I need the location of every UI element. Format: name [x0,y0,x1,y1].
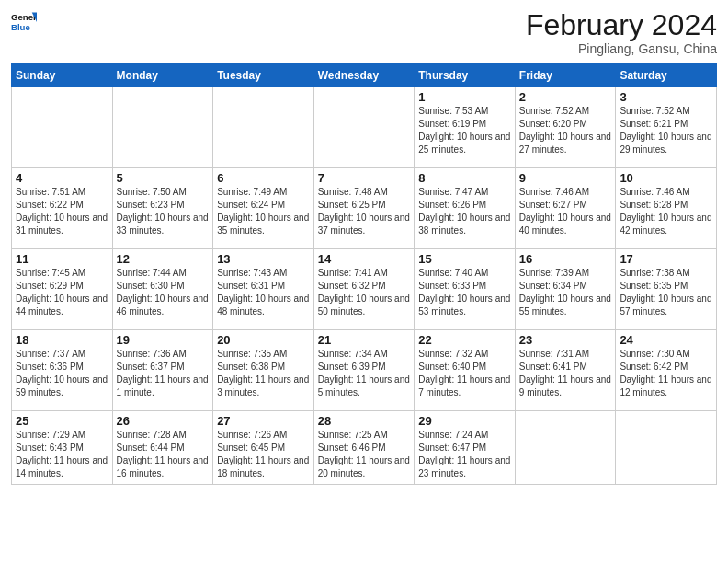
day-info: Sunrise: 7:25 AM Sunset: 6:46 PM Dayligh… [318,429,411,480]
title-block: February 2024 Pingliang, Gansu, China [526,9,717,56]
day-number: 29 [418,414,511,428]
calendar-day [616,411,717,485]
calendar-day: 24Sunrise: 7:30 AM Sunset: 6:42 PM Dayli… [616,330,717,411]
calendar-day: 17Sunrise: 7:38 AM Sunset: 6:35 PM Dayli… [616,249,717,330]
calendar-day: 1Sunrise: 7:53 AM Sunset: 6:19 PM Daylig… [415,87,516,168]
col-sunday: Sunday [12,64,113,87]
svg-text:Blue: Blue [11,22,30,32]
calendar-day: 4Sunrise: 7:51 AM Sunset: 6:22 PM Daylig… [12,168,113,249]
day-info: Sunrise: 7:37 AM Sunset: 6:36 PM Dayligh… [16,348,108,399]
calendar-week-4: 25Sunrise: 7:29 AM Sunset: 6:43 PM Dayli… [12,411,717,485]
calendar-week-1: 4Sunrise: 7:51 AM Sunset: 6:22 PM Daylig… [12,168,717,249]
calendar-week-2: 11Sunrise: 7:45 AM Sunset: 6:29 PM Dayli… [12,249,717,330]
day-info: Sunrise: 7:51 AM Sunset: 6:22 PM Dayligh… [16,186,108,237]
logo: General Blue [11,9,37,35]
day-number: 12 [117,252,210,266]
month-title: February 2024 [526,9,717,41]
calendar-week-0: 1Sunrise: 7:53 AM Sunset: 6:19 PM Daylig… [12,87,717,168]
col-saturday: Saturday [616,64,717,87]
day-number: 21 [318,333,411,347]
day-info: Sunrise: 7:53 AM Sunset: 6:19 PM Dayligh… [418,105,511,156]
day-info: Sunrise: 7:46 AM Sunset: 6:27 PM Dayligh… [519,186,612,237]
day-info: Sunrise: 7:47 AM Sunset: 6:26 PM Dayligh… [418,186,511,237]
day-info: Sunrise: 7:43 AM Sunset: 6:31 PM Dayligh… [217,267,310,318]
calendar-day: 22Sunrise: 7:32 AM Sunset: 6:40 PM Dayli… [415,330,516,411]
day-info: Sunrise: 7:31 AM Sunset: 6:41 PM Dayligh… [519,348,612,399]
day-number: 20 [217,333,310,347]
day-number: 4 [16,171,108,185]
col-friday: Friday [515,64,616,87]
calendar-day: 9Sunrise: 7:46 AM Sunset: 6:27 PM Daylig… [515,168,616,249]
location: Pingliang, Gansu, China [526,41,717,56]
col-monday: Monday [112,64,213,87]
calendar-day: 11Sunrise: 7:45 AM Sunset: 6:29 PM Dayli… [12,249,113,330]
calendar-day: 3Sunrise: 7:52 AM Sunset: 6:21 PM Daylig… [616,87,717,168]
day-number: 25 [16,414,108,428]
calendar-day: 12Sunrise: 7:44 AM Sunset: 6:30 PM Dayli… [112,249,213,330]
calendar-day: 27Sunrise: 7:26 AM Sunset: 6:45 PM Dayli… [213,411,314,485]
page: General Blue February 2024 Pingliang, Ga… [0,0,728,563]
calendar-day: 21Sunrise: 7:34 AM Sunset: 6:39 PM Dayli… [313,330,415,411]
calendar-day [112,87,213,168]
calendar-day [313,87,415,168]
day-number: 8 [418,171,511,185]
day-info: Sunrise: 7:29 AM Sunset: 6:43 PM Dayligh… [16,429,108,480]
calendar-day: 10Sunrise: 7:46 AM Sunset: 6:28 PM Dayli… [616,168,717,249]
day-number: 13 [217,252,310,266]
day-number: 5 [117,171,210,185]
day-number: 7 [318,171,411,185]
day-info: Sunrise: 7:40 AM Sunset: 6:33 PM Dayligh… [418,267,511,318]
day-info: Sunrise: 7:52 AM Sunset: 6:20 PM Dayligh… [519,105,612,156]
calendar-day: 15Sunrise: 7:40 AM Sunset: 6:33 PM Dayli… [415,249,516,330]
day-number: 15 [418,252,511,266]
day-info: Sunrise: 7:38 AM Sunset: 6:35 PM Dayligh… [620,267,712,318]
calendar-day: 20Sunrise: 7:35 AM Sunset: 6:38 PM Dayli… [213,330,314,411]
calendar-day: 13Sunrise: 7:43 AM Sunset: 6:31 PM Dayli… [213,249,314,330]
calendar-day: 14Sunrise: 7:41 AM Sunset: 6:32 PM Dayli… [313,249,415,330]
day-info: Sunrise: 7:41 AM Sunset: 6:32 PM Dayligh… [318,267,411,318]
calendar-day [213,87,314,168]
calendar-day: 16Sunrise: 7:39 AM Sunset: 6:34 PM Dayli… [515,249,616,330]
calendar-day: 5Sunrise: 7:50 AM Sunset: 6:23 PM Daylig… [112,168,213,249]
calendar-day: 18Sunrise: 7:37 AM Sunset: 6:36 PM Dayli… [12,330,113,411]
calendar-day: 26Sunrise: 7:28 AM Sunset: 6:44 PM Dayli… [112,411,213,485]
day-number: 10 [620,171,712,185]
day-number: 27 [217,414,310,428]
calendar-day: 7Sunrise: 7:48 AM Sunset: 6:25 PM Daylig… [313,168,415,249]
day-info: Sunrise: 7:28 AM Sunset: 6:44 PM Dayligh… [117,429,210,480]
day-info: Sunrise: 7:36 AM Sunset: 6:37 PM Dayligh… [117,348,210,399]
day-number: 18 [16,333,108,347]
day-info: Sunrise: 7:24 AM Sunset: 6:47 PM Dayligh… [418,429,511,480]
col-wednesday: Wednesday [313,64,415,87]
day-info: Sunrise: 7:34 AM Sunset: 6:39 PM Dayligh… [318,348,411,399]
calendar-day [12,87,113,168]
col-thursday: Thursday [415,64,516,87]
day-info: Sunrise: 7:48 AM Sunset: 6:25 PM Dayligh… [318,186,411,237]
col-tuesday: Tuesday [213,64,314,87]
day-number: 1 [418,90,511,104]
day-info: Sunrise: 7:30 AM Sunset: 6:42 PM Dayligh… [620,348,712,399]
calendar-header-row: Sunday Monday Tuesday Wednesday Thursday… [12,64,717,87]
day-info: Sunrise: 7:35 AM Sunset: 6:38 PM Dayligh… [217,348,310,399]
header: General Blue February 2024 Pingliang, Ga… [11,9,717,56]
day-info: Sunrise: 7:50 AM Sunset: 6:23 PM Dayligh… [117,186,210,237]
calendar-day: 19Sunrise: 7:36 AM Sunset: 6:37 PM Dayli… [112,330,213,411]
calendar-week-3: 18Sunrise: 7:37 AM Sunset: 6:36 PM Dayli… [12,330,717,411]
day-info: Sunrise: 7:39 AM Sunset: 6:34 PM Dayligh… [519,267,612,318]
day-info: Sunrise: 7:49 AM Sunset: 6:24 PM Dayligh… [217,186,310,237]
calendar-day [515,411,616,485]
day-number: 28 [318,414,411,428]
day-number: 26 [117,414,210,428]
day-number: 2 [519,90,612,104]
day-info: Sunrise: 7:44 AM Sunset: 6:30 PM Dayligh… [117,267,210,318]
day-info: Sunrise: 7:52 AM Sunset: 6:21 PM Dayligh… [620,105,712,156]
day-number: 9 [519,171,612,185]
calendar-day: 23Sunrise: 7:31 AM Sunset: 6:41 PM Dayli… [515,330,616,411]
day-info: Sunrise: 7:45 AM Sunset: 6:29 PM Dayligh… [16,267,108,318]
calendar-day: 2Sunrise: 7:52 AM Sunset: 6:20 PM Daylig… [515,87,616,168]
calendar-day: 25Sunrise: 7:29 AM Sunset: 6:43 PM Dayli… [12,411,113,485]
day-number: 22 [418,333,511,347]
day-number: 24 [620,333,712,347]
day-number: 23 [519,333,612,347]
calendar: Sunday Monday Tuesday Wednesday Thursday… [11,63,717,485]
